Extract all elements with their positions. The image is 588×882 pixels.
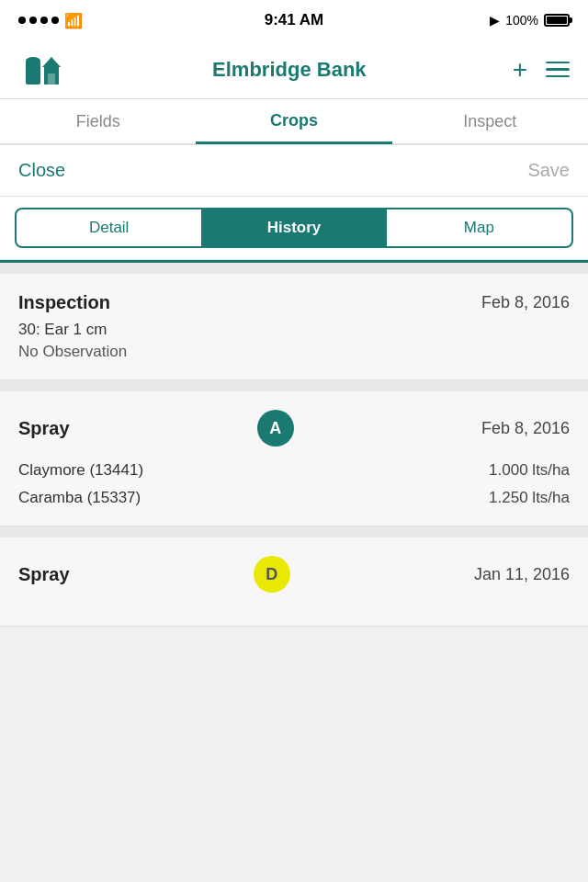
section-gap-top <box>0 263 588 274</box>
segment-inner: Detail History Map <box>15 208 573 248</box>
segment-map[interactable]: Map <box>387 209 571 246</box>
status-left: 📶 <box>18 12 83 29</box>
battery-percent: 100% <box>505 13 538 28</box>
svg-marker-3 <box>42 57 61 67</box>
signal-dots <box>18 17 59 24</box>
section-gap-1 <box>0 380 588 391</box>
spray-title-2: Spray <box>18 564 70 585</box>
inspection-note: No Observation <box>18 343 570 361</box>
spray-card-1: Spray A Feb 8, 2016 Claymore (13441) 1.0… <box>0 391 588 526</box>
spray-date-1: Feb 8, 2016 <box>481 419 570 438</box>
section-gap-2 <box>0 526 588 537</box>
header-actions: + <box>513 57 570 83</box>
location-icon: ▶ <box>490 13 500 28</box>
close-button[interactable]: Close <box>18 160 65 181</box>
app-logo <box>18 46 66 94</box>
spray-header-2: Spray D Jan 11, 2016 <box>18 556 570 593</box>
content-area: Inspection Feb 8, 2016 30: Ear 1 cm No O… <box>0 263 588 627</box>
signal-dot-4 <box>51 17 59 24</box>
spray-badge-a: A <box>257 410 294 447</box>
signal-dot-1 <box>18 17 26 24</box>
spray-card-2: Spray D Jan 11, 2016 <box>0 537 588 627</box>
farm-icon <box>20 48 64 92</box>
spray-date-2: Jan 11, 2016 <box>474 565 570 584</box>
status-bar: 📶 9:41 AM ▶ 100% <box>0 0 588 40</box>
spray-amount-1: 1.000 lts/ha <box>489 461 570 480</box>
action-bar: Close Save <box>0 145 588 197</box>
segment-history[interactable]: History <box>201 209 386 246</box>
add-button[interactable]: + <box>513 57 527 83</box>
spray-product-row-2: Caramba (15337) 1.250 lts/ha <box>18 489 570 507</box>
save-button[interactable]: Save <box>527 160 570 181</box>
spray-product-row-1: Claymore (13441) 1.000 lts/ha <box>18 461 570 480</box>
signal-dot-2 <box>29 17 37 24</box>
inspection-card: Inspection Feb 8, 2016 30: Ear 1 cm No O… <box>0 274 588 380</box>
svg-rect-4 <box>48 74 55 85</box>
spray-amount-2: 1.250 lts/ha <box>489 489 570 507</box>
inspection-card-header: Inspection Feb 8, 2016 <box>18 292 570 313</box>
inspection-subtitle: 30: Ear 1 cm <box>18 321 570 339</box>
header-title: Elmbridge Bank <box>66 58 513 82</box>
svg-point-1 <box>26 57 40 64</box>
status-time: 9:41 AM <box>265 11 324 29</box>
spray-product-name-1: Claymore (13441) <box>18 461 143 480</box>
battery-icon <box>544 14 570 27</box>
inspection-date: Feb 8, 2016 <box>481 293 570 312</box>
segment-tabs: Detail History Map <box>0 197 588 260</box>
spray-title-1: Spray <box>18 418 70 439</box>
app-header: Elmbridge Bank + <box>0 40 588 99</box>
signal-dot-3 <box>40 17 48 24</box>
tab-inspect[interactable]: Inspect <box>392 99 588 143</box>
menu-button[interactable] <box>546 62 570 78</box>
segment-detail[interactable]: Detail <box>17 209 201 246</box>
tab-crops[interactable]: Crops <box>196 100 391 144</box>
tab-fields[interactable]: Fields <box>0 99 196 143</box>
nav-tabs: Fields Crops Inspect <box>0 99 588 145</box>
spray-product-name-2: Caramba (15337) <box>18 489 141 507</box>
status-right: ▶ 100% <box>490 13 570 28</box>
wifi-icon: 📶 <box>64 12 83 29</box>
spray-badge-d: D <box>254 556 290 593</box>
inspection-title: Inspection <box>18 292 110 313</box>
spray-header-1: Spray A Feb 8, 2016 <box>18 410 570 447</box>
